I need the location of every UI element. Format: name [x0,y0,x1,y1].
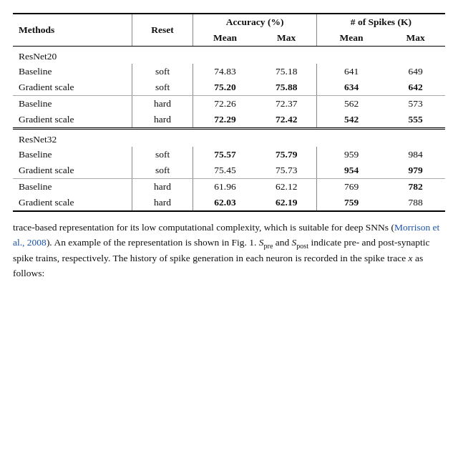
cell-acc_max: 75.18 [257,64,317,79]
table-body: ResNet20Baselinesoft74.8375.18641649Grad… [13,47,445,212]
section-title: ResNet20 [13,47,445,64]
col-spk-max: Max [386,30,445,47]
section-header-resnet20: ResNet20 [13,47,445,64]
table-row: Gradient scalesoft75.4575.73954979 [13,162,445,179]
cell-reset: soft [132,147,193,162]
cell-reset: hard [132,112,193,129]
prose-block: trace-based representation for its low c… [13,220,445,281]
col-reset: Reset [132,14,193,47]
cell-spk_max: 573 [386,96,445,112]
table-row: Baselinehard61.9662.12769782 [13,179,445,195]
prose-text-1: trace-based representation for its low c… [13,222,394,233]
cell-acc_max: 62.19 [257,195,317,211]
table-row: Gradient scalehard62.0362.19759788 [13,195,445,211]
table-row: Baselinehard72.2672.37562573 [13,96,445,112]
table-row: Gradient scalehard72.2972.42542555 [13,112,445,129]
table-row: Gradient scalesoft75.2075.88634642 [13,79,445,96]
cell-spk_max: 649 [386,64,445,79]
cell-spk_max: 984 [386,147,445,162]
cell-spk_mean: 641 [316,64,386,79]
cell-spk_max: 642 [386,79,445,96]
cell-spk_mean: 542 [316,112,386,129]
col-spk-mean: Mean [316,30,386,47]
cell-acc_mean: 75.45 [193,162,257,179]
cell-acc_mean: 62.03 [193,195,257,211]
cell-spk_mean: 954 [316,162,386,179]
table-row: Baselinesoft75.5775.79959984 [13,147,445,162]
cell-spk_max: 782 [386,179,445,195]
col-accuracy-group: Accuracy (%) [193,14,316,30]
cell-acc_mean: 75.57 [193,147,257,162]
col-spikes-group: # of Spikes (K) [316,14,445,30]
cell-spk_mean: 959 [316,147,386,162]
cell-method: Gradient scale [13,162,132,179]
cell-acc_mean: 72.26 [193,96,257,112]
cell-spk_max: 979 [386,162,445,179]
col-acc-max: Max [257,30,317,47]
cell-spk_mean: 562 [316,96,386,112]
cell-method: Baseline [13,64,132,79]
cell-method: Baseline [13,179,132,195]
cell-acc_mean: 61.96 [193,179,257,195]
cell-reset: soft [132,79,193,96]
cell-acc_mean: 72.29 [193,112,257,129]
cell-method: Gradient scale [13,112,132,129]
cell-spk_mean: 759 [316,195,386,211]
section-title: ResNet32 [13,129,445,147]
cell-spk_max: 555 [386,112,445,129]
cell-acc_max: 62.12 [257,179,317,195]
cell-spk_mean: 769 [316,179,386,195]
col-acc-mean: Mean [193,30,257,47]
cell-acc_max: 75.88 [257,79,317,96]
cell-method: Gradient scale [13,79,132,96]
col-methods: Methods [13,14,132,47]
cell-acc_max: 75.73 [257,162,317,179]
table-header-top: Methods Reset Accuracy (%) # of Spikes (… [13,14,445,30]
cell-acc_mean: 74.83 [193,64,257,79]
cell-acc_mean: 75.20 [193,79,257,96]
cell-acc_max: 75.79 [257,147,317,162]
cell-reset: hard [132,96,193,112]
cell-method: Gradient scale [13,195,132,211]
cell-method: Baseline [13,96,132,112]
prose-text-2: ). An example of the representation is s… [13,237,429,278]
cell-method: Baseline [13,147,132,162]
cell-spk_mean: 634 [316,79,386,96]
table-row: Baselinesoft74.8375.18641649 [13,64,445,79]
section-header-resnet32: ResNet32 [13,129,445,147]
results-table: Methods Reset Accuracy (%) # of Spikes (… [13,13,445,212]
cell-reset: hard [132,179,193,195]
cell-reset: soft [132,162,193,179]
cell-spk_max: 788 [386,195,445,211]
cell-acc_max: 72.37 [257,96,317,112]
cell-reset: soft [132,64,193,79]
cell-reset: hard [132,195,193,211]
cell-acc_max: 72.42 [257,112,317,129]
